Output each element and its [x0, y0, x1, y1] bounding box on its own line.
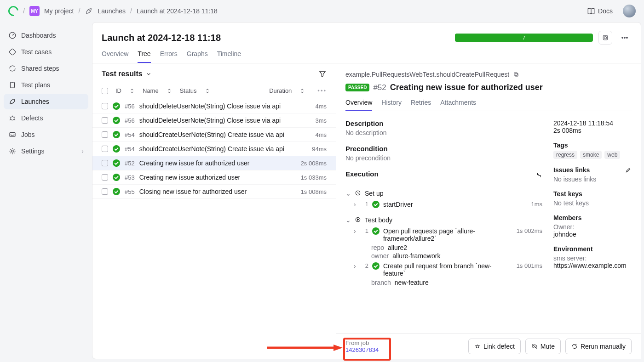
user-avatar[interactable] — [623, 5, 636, 17]
results-columns: ID Name Status Duration ••• — [92, 85, 336, 99]
table-row[interactable]: #54shouldCreateUserNote(String) Create i… — [92, 142, 336, 156]
row-checkbox[interactable] — [102, 188, 108, 195]
pass-icon — [372, 262, 380, 270]
pencil-icon[interactable] — [625, 167, 632, 173]
docs-link[interactable]: Docs — [587, 7, 613, 15]
book-icon — [587, 7, 595, 15]
row-id: #56 — [125, 103, 135, 110]
bug-icon — [8, 114, 17, 122]
filter-icon[interactable] — [318, 70, 327, 78]
pass-icon — [113, 117, 120, 124]
svg-rect-7 — [603, 35, 607, 40]
chevron-down-icon[interactable]: ⌄ — [345, 216, 351, 224]
row-checkbox[interactable] — [102, 131, 108, 138]
row-name: shouldCreateUserNote(String) Create issu… — [139, 131, 311, 138]
detail-tab-history[interactable]: History — [381, 99, 402, 111]
table-row[interactable]: #54shouldCreateUserNote(String) Create i… — [92, 128, 336, 142]
step-number: 2 — [363, 262, 368, 269]
columns-more-icon[interactable]: ••• — [317, 87, 327, 94]
tab-timeline[interactable]: Timeline — [217, 50, 241, 63]
test-title: Creating new issue for authorized user — [390, 83, 543, 92]
results-heading: Test results — [102, 70, 143, 78]
chevron-down-icon[interactable]: ⌄ — [345, 190, 351, 197]
chevron-right-icon[interactable]: › — [354, 201, 359, 208]
meta-duration: 2s 008ms — [553, 127, 632, 134]
tag[interactable]: smoke — [580, 151, 602, 159]
row-checkbox[interactable] — [102, 146, 108, 152]
sidebar-item-jobs[interactable]: Jobs — [4, 127, 88, 142]
row-checkbox[interactable] — [102, 160, 108, 166]
table-row[interactable]: #55Closing new issue for authorized user… — [92, 185, 336, 199]
chevron-right-icon[interactable]: › — [354, 227, 359, 235]
from-job-link[interactable]: 1426307834 — [345, 346, 379, 353]
link-defect-button[interactable]: Link defect — [468, 339, 521, 354]
chevron-down-icon[interactable] — [145, 71, 152, 77]
row-duration: 4ms — [315, 103, 327, 110]
detail-tab-overview[interactable]: Overview — [345, 99, 372, 111]
sidebar-item-launches[interactable]: Launches — [4, 94, 88, 109]
tab-errors[interactable]: Errors — [160, 50, 178, 63]
row-name: shouldDeleteUserNote(String) Close issue… — [139, 117, 311, 124]
breadcrumb-section[interactable]: Launches — [98, 7, 126, 15]
issues-heading: Issues links — [553, 166, 590, 174]
select-all-checkbox[interactable] — [102, 88, 108, 94]
tab-tree[interactable]: Tree — [138, 50, 150, 63]
sidebar-item-testplans[interactable]: Test plans — [4, 77, 88, 93]
diamond-icon — [8, 48, 17, 56]
breadcrumb: / MY My project / Launches / Launch at 2… — [23, 6, 218, 16]
param-value: new-feature — [395, 279, 429, 286]
col-name[interactable]: Name — [143, 87, 159, 94]
row-checkbox[interactable] — [102, 117, 108, 124]
row-checkbox[interactable] — [102, 174, 108, 181]
breadcrumb-current: Launch at 2024-12-18 11:18 — [137, 7, 218, 15]
pass-icon — [113, 145, 120, 153]
sidebar-item-sharedsteps[interactable]: Shared steps — [4, 61, 88, 76]
table-row[interactable]: #52Creating new issue for authorized use… — [92, 156, 336, 170]
detail-tab-retries[interactable]: Retries — [411, 99, 431, 111]
sort-icon — [129, 88, 135, 94]
sidebar-item-defects[interactable]: Defects — [4, 110, 88, 126]
detail-pane: example.PullRequestsWebTest.shouldCreate… — [336, 63, 641, 359]
row-checkbox[interactable] — [102, 103, 108, 109]
app-logo[interactable] — [6, 4, 21, 18]
row-id: #54 — [125, 146, 135, 153]
table-row[interactable]: #53Creating new issue authorized user1s … — [92, 170, 336, 185]
rerun-button[interactable]: Rerun manually — [565, 339, 632, 354]
svg-point-0 — [89, 10, 90, 11]
col-duration[interactable]: Duration — [269, 87, 292, 94]
detail-tab-attachments[interactable]: Attachments — [440, 99, 476, 111]
tab-graphs[interactable]: Graphs — [187, 50, 208, 63]
step-text: Create pull request from branch `new-fea… — [383, 262, 513, 277]
sidebar-item-testcases[interactable]: Test cases — [4, 44, 88, 60]
col-status[interactable]: Status — [180, 87, 197, 94]
progress-bar[interactable]: 7 — [455, 34, 593, 42]
tag[interactable]: web — [604, 151, 620, 159]
breadcrumb-project[interactable]: My project — [44, 7, 74, 15]
tag[interactable]: regress — [553, 151, 577, 159]
sidebar-item-dashboards[interactable]: Dashboards — [4, 28, 88, 43]
table-row[interactable]: #56shouldDeleteUserNote(String) Close is… — [92, 113, 336, 128]
svg-point-4 — [11, 117, 14, 120]
compare-button[interactable] — [598, 31, 612, 45]
sort-icon — [204, 88, 211, 94]
testbody-label: Test body — [365, 216, 542, 224]
table-row[interactable]: #56shouldDeleteUserNote(String) Close is… — [92, 99, 336, 113]
param-key: owner — [371, 252, 389, 260]
tab-overview[interactable]: Overview — [102, 50, 128, 63]
step-time: 1s 002ms — [517, 227, 542, 234]
route-icon[interactable] — [536, 172, 542, 178]
step-time: 1ms — [531, 201, 542, 208]
param-key: repo — [371, 244, 384, 251]
more-button[interactable]: ••• — [618, 31, 632, 45]
mute-button[interactable]: Mute — [525, 339, 561, 354]
gear-icon — [8, 147, 17, 155]
step-text: startDriver — [383, 201, 527, 208]
copy-icon[interactable] — [513, 71, 519, 78]
chevron-right-icon[interactable]: › — [354, 262, 359, 270]
row-id: #55 — [125, 188, 135, 195]
compare-icon — [602, 34, 609, 41]
svg-rect-2 — [9, 49, 16, 56]
keys-heading: Test keys — [553, 190, 632, 198]
col-id[interactable]: ID — [115, 87, 121, 94]
sidebar-item-settings[interactable]: Settings› — [4, 143, 88, 159]
